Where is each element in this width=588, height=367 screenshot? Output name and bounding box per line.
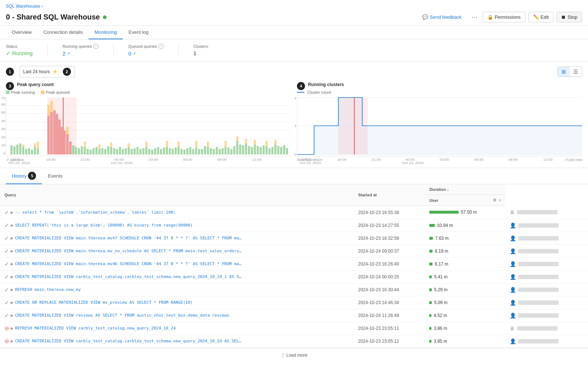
table-row[interactable]: ✓ ▶ CREATE MATERIALIZED VIEW main.theres… xyxy=(0,245,588,257)
col-duration[interactable]: Duration ↕ xyxy=(425,184,505,195)
svg-rect-97 xyxy=(207,142,209,147)
svg-rect-124 xyxy=(271,147,273,154)
tab-history[interactable]: History 5 xyxy=(6,168,42,184)
query-cell[interactable]: ⊖ ▶ CREATE MATERIALIZED VIEW carbly_test… xyxy=(0,335,354,348)
svg-rect-57 xyxy=(110,147,112,154)
svg-rect-22 xyxy=(22,145,24,147)
svg-rect-28 xyxy=(37,148,39,154)
running-queries-info-icon[interactable]: i xyxy=(93,44,98,49)
query-cell[interactable]: ✓ ▶ CREATE MATERIALIZED VIEW main.theres… xyxy=(0,257,354,270)
table-row[interactable]: ✓ ▶ REFRESH main.theresa.new_my 2024-10-… xyxy=(0,283,588,296)
svg-rect-36 xyxy=(58,120,61,154)
svg-rect-72 xyxy=(145,142,147,147)
query-cell[interactable]: ✓ ▶ -- select * from `system`.`informati… xyxy=(0,206,354,219)
svg-rect-37 xyxy=(61,127,63,154)
breadcrumb-link[interactable]: SQL Warehouses xyxy=(6,4,40,9)
svg-rect-18 xyxy=(13,146,15,154)
query-cell[interactable]: ✓ ▶ REFRESH main.theresa.new_my xyxy=(0,283,354,296)
tab-events[interactable]: Events xyxy=(42,170,68,183)
running-queries-value: 2 ↗ xyxy=(62,50,98,57)
svg-text:30: 30 xyxy=(1,127,5,131)
svg-rect-127 xyxy=(277,146,279,154)
svg-text:18:00: 18:00 xyxy=(46,158,55,161)
status-value: ✓ Running xyxy=(6,50,33,57)
table-row[interactable]: ✓ ▶ CREATE MATERIALIZED VIEW main.theres… xyxy=(0,232,588,245)
svg-rect-119 xyxy=(260,147,262,154)
status-label: Status xyxy=(6,44,33,49)
svg-text:12:00: 12:00 xyxy=(252,158,262,161)
svg-rect-48 xyxy=(87,149,89,154)
stop-icon: ⏹ xyxy=(561,14,566,20)
table-row[interactable]: ⊖ ▶ CREATE MATERIALIZED VIEW carbly_test… xyxy=(0,335,588,348)
table-row[interactable]: ✓ ▶ CREATE MATERIALIZED VIEW main.theres… xyxy=(0,257,588,270)
svg-rect-84 xyxy=(178,147,180,154)
tab-connection-details[interactable]: Connection details xyxy=(37,26,89,39)
grid-view-button[interactable]: ⊞ xyxy=(558,67,570,76)
svg-rect-91 xyxy=(195,147,197,154)
started-cell: 2024-10-23 16:26:40 xyxy=(354,257,425,270)
table-row[interactable]: ✓ ▶ -- select * from `system`.`informati… xyxy=(0,206,588,219)
more-options-button[interactable]: ⋯ xyxy=(469,12,480,22)
load-more-button[interactable]: ⋮ Load more xyxy=(0,348,588,362)
table-row[interactable]: ✓ ▶ CREATE OR REPLACE MATERIALIZED VIEW … xyxy=(0,296,588,309)
tab-event-log[interactable]: Event log xyxy=(123,26,154,39)
svg-rect-106 xyxy=(230,149,233,154)
svg-rect-109 xyxy=(236,136,239,141)
query-cell[interactable]: ⊖ ▶ REFRESH MATERIALIZED VIEW carbly_tes… xyxy=(0,322,354,335)
table-row[interactable]: ✓ ▶ CREATE MATERIALIZED VIEW reviews AS … xyxy=(0,309,588,322)
started-cell: 2024-10-23 14:27:55 xyxy=(354,219,425,232)
permissions-button[interactable]: 🔒 Permissions xyxy=(483,12,526,22)
started-cell: 2024-10-24 00:00:25 xyxy=(354,270,425,283)
svg-rect-108 xyxy=(236,141,239,154)
svg-rect-59 xyxy=(113,148,115,154)
time-filter-select[interactable]: Last 24 hours ⚡ 2 xyxy=(19,66,75,78)
svg-rect-41 xyxy=(69,142,72,154)
queued-queries-info-icon[interactable]: i xyxy=(158,44,164,49)
query-cell[interactable]: ✓ ▶ CREATE MATERIALIZED VIEW carbly_test… xyxy=(0,270,354,283)
duration-cell: 10.94 m xyxy=(425,219,505,232)
svg-rect-89 xyxy=(189,147,191,154)
list-view-button[interactable]: ☰ xyxy=(570,67,582,76)
svg-rect-77 xyxy=(160,149,162,154)
filter-icon[interactable]: ⚙ xyxy=(493,198,496,203)
svg-text:Oct 24, 2024: Oct 24, 2024 xyxy=(111,161,133,165)
tab-overview[interactable]: Overview xyxy=(6,26,37,39)
table-row[interactable]: ✓ ▶ CREATE MATERIALIZED VIEW carbly_test… xyxy=(0,270,588,283)
step-1-badge: 1 xyxy=(6,68,14,76)
breadcrumb-sep: › xyxy=(42,4,43,9)
lightning-icon: ⚡ xyxy=(52,69,58,74)
svg-rect-31 xyxy=(47,105,50,116)
settings-icon[interactable]: ≡ xyxy=(499,198,501,203)
svg-rect-23 xyxy=(25,149,27,154)
stop-button[interactable]: ⏹ Stop xyxy=(556,12,582,22)
cluster-chart-canvas: 0 1 2 15:00 Oct 23, 2024 18:00 xyxy=(297,97,582,156)
svg-rect-120 xyxy=(263,145,265,154)
svg-rect-79 xyxy=(166,147,168,154)
svg-rect-96 xyxy=(207,147,209,154)
tab-monitoring[interactable]: Monitoring xyxy=(89,26,123,39)
svg-rect-34 xyxy=(53,110,56,154)
step-3-badge: 3 xyxy=(6,82,14,90)
query-cell[interactable]: ✓ ▶ CREATE MATERIALIZED VIEW main.theres… xyxy=(0,245,354,257)
query-cell[interactable]: ✓ ▶ CREATE MATERIALIZED VIEW reviews AS … xyxy=(0,309,354,322)
cluster-chart: 4 Running clusters Cluster count 0 1 xyxy=(297,82,582,162)
svg-rect-50 xyxy=(93,148,95,154)
svg-rect-121 xyxy=(265,146,268,154)
svg-rect-19 xyxy=(16,145,18,154)
svg-rect-58 xyxy=(110,142,112,147)
svg-rect-87 xyxy=(183,150,186,154)
table-row[interactable]: ⊖ ▶ REFRESH MATERIALIZED VIEW carbly_tes… xyxy=(0,322,588,335)
edit-button[interactable]: ✏️ Edit xyxy=(528,12,553,22)
query-cell[interactable]: ✓ ▶ CREATE MATERIALIZED VIEW main.theres… xyxy=(0,232,354,245)
svg-rect-81 xyxy=(169,148,171,154)
query-cell[interactable]: ✓ ▶ CREATE OR REPLACE MATERIALIZED VIEW … xyxy=(0,296,354,309)
svg-rect-128 xyxy=(280,147,282,154)
send-feedback-button[interactable]: 💬 Send feedback xyxy=(417,12,466,22)
query-cell[interactable]: ✓ ▶ SELECT REPEAT('this is a large blob'… xyxy=(0,219,354,232)
user-cell: 👤 xyxy=(505,219,588,232)
svg-rect-101 xyxy=(219,149,221,154)
table-row[interactable]: ✓ ▶ SELECT REPEAT('this is a large blob'… xyxy=(0,219,588,232)
svg-rect-74 xyxy=(151,150,153,154)
started-cell: 2024-10-23 23:05:11 xyxy=(354,322,425,335)
svg-text:18:00: 18:00 xyxy=(337,158,347,161)
